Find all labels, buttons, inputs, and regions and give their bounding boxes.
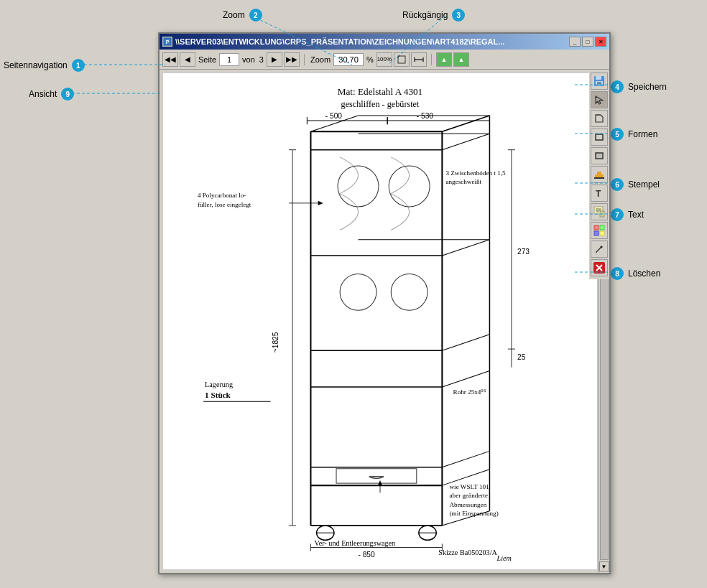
- selection-tool-button[interactable]: [591, 110, 608, 127]
- svg-rect-106: [594, 231, 599, 235]
- zoom-100-button[interactable]: 100%: [376, 52, 392, 67]
- svg-text:Ver- und Entleerungswagen: Ver- und Entleerungswagen: [315, 539, 396, 547]
- svg-text:wie WSLT 101: wie WSLT 101: [450, 483, 490, 490]
- page-label: Seite: [198, 55, 216, 64]
- rueckgangig-badge: 3: [452, 9, 465, 22]
- scroll-down-button[interactable]: ▼: [599, 561, 609, 571]
- zoom-label: Zoom 2: [223, 9, 262, 22]
- last-page-button[interactable]: ▶▶: [284, 52, 300, 67]
- text-text: Text: [628, 210, 644, 220]
- loeschen-badge: 8: [611, 267, 624, 280]
- first-page-button[interactable]: ◀◀: [162, 52, 178, 67]
- close-button[interactable]: ✕: [595, 37, 606, 47]
- svg-text:1 Stück: 1 Stück: [205, 391, 231, 399]
- speichern-text: Speichern: [628, 82, 667, 92]
- svg-text:angeschweißt: angeschweißt: [445, 178, 481, 185]
- title-bar: P \\SERVER03\ENTWICKLUNG\CRPS_PRÄSENTATI…: [160, 34, 609, 50]
- save-button[interactable]: [591, 73, 608, 90]
- rectangle-tool-button[interactable]: [591, 129, 608, 146]
- svg-text:Rohr 25x4⁰⁵: Rohr 25x4⁰⁵: [453, 388, 487, 396]
- seitennavigation-label: Seitennavigation 1: [4, 59, 85, 72]
- content-area: Mat: Edelstahl A 4301 geschliffen - gebü…: [160, 70, 609, 573]
- fit-page-button[interactable]: [394, 52, 410, 67]
- side-toolbar: T: [589, 70, 609, 279]
- app-window: P \\SERVER03\ENTWICKLUNG\CRPS_PRÄSENTATI…: [158, 32, 611, 574]
- formen-label: 5 Formen: [611, 128, 657, 141]
- next-page-button[interactable]: ▶: [267, 52, 282, 67]
- svg-text:3 Zwischenbóden t 1,5: 3 Zwischenbóden t 1,5: [445, 169, 506, 177]
- svg-text:geschliffen - gebürstet: geschliffen - gebürstet: [341, 99, 420, 109]
- svg-rect-8: [183, 73, 578, 569]
- svg-line-110: [596, 252, 597, 253]
- formen-text: Formen: [628, 129, 657, 139]
- svg-text:- 850: - 850: [359, 551, 376, 559]
- formen-badge: 5: [611, 128, 624, 141]
- fit-width-button[interactable]: [411, 52, 427, 67]
- svg-text:Lagerung: Lagerung: [205, 381, 233, 388]
- speichern-label: 4 Speichern: [611, 80, 667, 93]
- cursor-tool-button[interactable]: [591, 91, 608, 108]
- svg-rect-2: [398, 56, 405, 63]
- draw-tool-button[interactable]: [591, 241, 608, 258]
- svg-marker-90: [596, 115, 603, 122]
- svg-text:P: P: [166, 39, 170, 45]
- zoom-group: Zoom % 100%: [309, 52, 427, 67]
- svg-text:25: 25: [517, 353, 526, 361]
- loeschen-text: Löschen: [628, 269, 660, 279]
- page-of-label: von: [242, 55, 255, 64]
- page-number-input[interactable]: [219, 53, 239, 66]
- filled-rectangle-button[interactable]: [591, 147, 608, 164]
- seitennavigation-badge: 1: [72, 59, 85, 72]
- highlight-tool-button[interactable]: [591, 222, 608, 239]
- rueckgangig-label: Rückgängig 3: [402, 9, 465, 22]
- svg-text:- 530: - 530: [417, 112, 434, 120]
- ansicht-text: Ansicht: [29, 89, 57, 99]
- svg-rect-92: [596, 134, 603, 140]
- green-up-button-1[interactable]: ▲: [436, 52, 452, 67]
- zoom-badge: 2: [249, 9, 262, 22]
- text-label: 7 Text: [611, 208, 644, 221]
- separator-1: [304, 54, 305, 65]
- page-total-label: 3: [259, 55, 264, 64]
- window-controls: _ □ ✕: [569, 37, 606, 47]
- svg-rect-94: [596, 154, 602, 158]
- svg-rect-88: [597, 82, 601, 85]
- svg-marker-89: [596, 96, 603, 104]
- note-tool-button[interactable]: [591, 203, 608, 220]
- toolbar: ◀◀ ◀ Seite von 3 ▶ ▶▶ Zoom % 100% ▲: [160, 50, 609, 70]
- stamp-tool-button[interactable]: [591, 166, 608, 183]
- svg-rect-97: [594, 177, 604, 179]
- svg-rect-104: [594, 225, 599, 230]
- stempel-badge: 6: [611, 178, 624, 191]
- drawing-svg: Mat: Edelstahl A 4301 geschliffen - gebü…: [163, 73, 597, 569]
- extra-group: ▲ ▲: [436, 52, 469, 67]
- svg-rect-105: [600, 225, 604, 230]
- green-up-button-2[interactable]: ▲: [453, 52, 469, 67]
- svg-text:(mit Einspannung): (mit Einspannung): [450, 510, 499, 517]
- loeschen-label: 8 Löschen: [611, 267, 660, 280]
- svg-text:Liem: Liem: [496, 554, 512, 562]
- speichern-badge: 4: [611, 80, 624, 93]
- svg-text:- 500: - 500: [325, 112, 343, 120]
- svg-text:4 Polycarbonat lo-: 4 Polycarbonat lo-: [198, 192, 246, 199]
- stempel-label: 6 Stempel: [611, 178, 660, 191]
- text-tool-button[interactable]: T: [591, 185, 608, 202]
- stempel-text: Stempel: [628, 179, 660, 190]
- zoom-input[interactable]: [333, 53, 364, 66]
- minimize-button[interactable]: _: [569, 37, 581, 47]
- navigation-group: ◀◀ ◀ Seite von 3 ▶ ▶▶: [162, 52, 300, 67]
- svg-text:T: T: [596, 189, 601, 198]
- rueckgangig-text: Rückgängig: [402, 10, 448, 20]
- zoom-toolbar-label: Zoom: [310, 55, 331, 64]
- svg-rect-107: [600, 231, 604, 235]
- svg-text:273: 273: [517, 248, 530, 256]
- delete-button[interactable]: [591, 259, 608, 276]
- prev-page-button[interactable]: ◀: [180, 52, 195, 67]
- svg-text:Mat: Edelstahl A 4301: Mat: Edelstahl A 4301: [338, 86, 422, 97]
- zoom-text: Zoom: [223, 10, 245, 20]
- app-icon: P: [162, 37, 172, 47]
- drawing-canvas: Mat: Edelstahl A 4301 geschliffen - gebü…: [162, 73, 598, 570]
- text-badge: 7: [611, 208, 624, 221]
- maximize-button[interactable]: □: [582, 37, 593, 47]
- separator-2: [431, 54, 432, 65]
